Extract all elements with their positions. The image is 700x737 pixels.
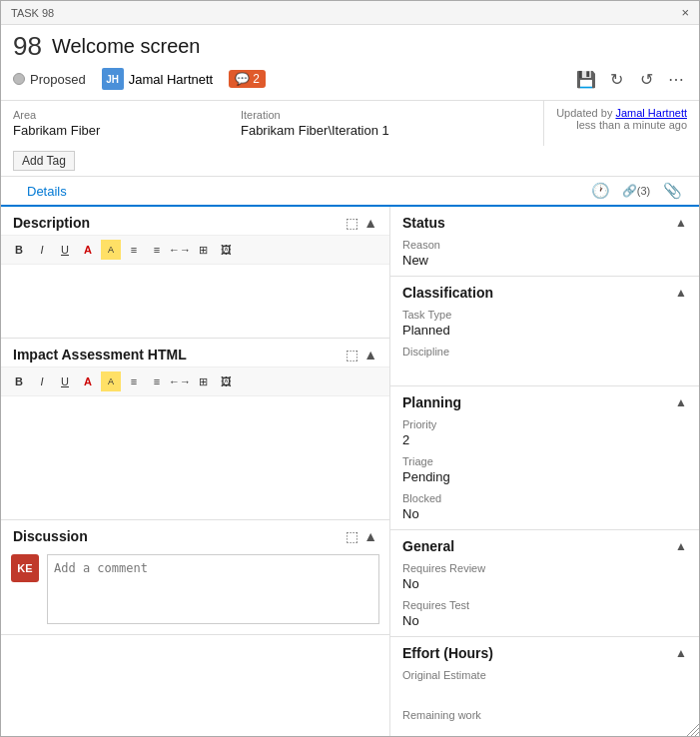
planning-title: Planning [402, 394, 461, 410]
remaining-work-value [402, 723, 687, 736]
description-editor[interactable] [1, 265, 389, 335]
task-number: 98 [13, 31, 42, 62]
collapse-planning-icon[interactable]: ▲ [675, 395, 687, 409]
more-button[interactable]: ⋯ [665, 68, 687, 90]
font-color-btn[interactable]: A [78, 240, 98, 260]
task-type-field: Task Type Planned [402, 309, 687, 338]
requires-review-field: Requires Review No [402, 562, 687, 591]
iteration-label: Iteration [241, 109, 531, 121]
underline-btn[interactable]: U [55, 240, 75, 260]
user-info: JH Jamal Hartnett [102, 68, 214, 90]
table-btn[interactable]: ⊞ [193, 240, 213, 260]
triage-value[interactable]: Pending [402, 469, 687, 484]
requires-review-label: Requires Review [402, 562, 687, 574]
collapse-general-icon[interactable]: ▲ [675, 539, 687, 553]
discussion-section: Discussion ⬚ ▲ KE [1, 520, 389, 635]
discipline-label: Discipline [402, 346, 687, 358]
general-header: General ▲ [402, 538, 687, 554]
requires-test-label: Requires Test [402, 599, 687, 611]
priority-value[interactable]: 2 [402, 432, 687, 447]
tabs-row: Details 🕐 🔗 (3) 📎 [1, 177, 699, 207]
blocked-field: Blocked No [402, 492, 687, 521]
blocked-value[interactable]: No [402, 506, 687, 521]
highlight-btn[interactable]: A [101, 240, 121, 260]
task-name: Welcome screen [52, 35, 201, 58]
area-value[interactable]: Fabrikam Fiber [13, 123, 221, 138]
collapse-impact-icon[interactable]: ▲ [363, 347, 377, 363]
impact-font-color-btn[interactable]: A [78, 371, 98, 391]
impact-editor[interactable] [1, 396, 389, 516]
description-header: Description ⬚ ▲ [1, 207, 389, 235]
status-section: Status ▲ Reason New [390, 207, 699, 277]
commenter-avatar: KE [11, 554, 39, 582]
refresh-button[interactable]: ↻ [605, 68, 627, 90]
description-controls: ⬚ ▲ [346, 215, 377, 231]
updated-by-link[interactable]: Jamal Hartnett [615, 107, 687, 119]
remaining-work-field: Remaining work [402, 709, 687, 736]
effort-section: Effort (Hours) ▲ Original Estimate Remai… [390, 637, 699, 736]
comment-badge[interactable]: 💬 2 [229, 70, 266, 88]
expand-impact-icon[interactable]: ⬚ [346, 347, 358, 363]
indent-btn[interactable]: ←→ [170, 240, 190, 260]
triage-field: Triage Pending [402, 455, 687, 484]
blocked-label: Blocked [402, 492, 687, 504]
tab-icons: 🕐 🔗 (3) 📎 [585, 177, 687, 205]
collapse-status-icon[interactable]: ▲ [675, 216, 687, 230]
impact-italic-btn[interactable]: I [32, 371, 52, 391]
discipline-field: Discipline [402, 346, 687, 377]
description-toolbar: B I U A A ≡ ≡ ←→ ⊞ 🖼 [1, 235, 389, 265]
requires-review-value[interactable]: No [402, 576, 687, 591]
impact-image-btn[interactable]: 🖼 [216, 371, 236, 391]
reason-value[interactable]: New [402, 253, 687, 268]
impact-ol-btn[interactable]: ≡ [147, 371, 167, 391]
collapse-discussion-icon[interactable]: ▲ [363, 528, 377, 544]
impact-header: Impact Assessment HTML ⬚ ▲ [1, 339, 389, 367]
impact-bold-btn[interactable]: B [9, 371, 29, 391]
collapse-effort-icon[interactable]: ▲ [675, 646, 687, 660]
bold-btn[interactable]: B [9, 240, 29, 260]
links-button[interactable]: 🔗 (3) [621, 177, 651, 205]
collapse-description-icon[interactable]: ▲ [363, 215, 377, 231]
toolbar-icons: 💾 ↻ ↺ ⋯ [575, 68, 687, 90]
status-proposed[interactable]: Proposed [13, 72, 86, 87]
add-tag-button[interactable]: Add Tag [13, 151, 75, 171]
attachment-button[interactable]: 📎 [657, 177, 687, 205]
task-type-value[interactable]: Planned [402, 323, 687, 338]
impact-highlight-btn[interactable]: A [101, 371, 121, 391]
italic-btn[interactable]: I [32, 240, 52, 260]
tag-row: Add Tag [1, 146, 699, 177]
reason-label: Reason [402, 239, 687, 251]
comment-input[interactable] [47, 554, 379, 624]
ul-btn[interactable]: ≡ [124, 240, 144, 260]
expand-description-icon[interactable]: ⬚ [346, 215, 358, 231]
iteration-value[interactable]: Fabrikam Fiber\Iteration 1 [241, 123, 531, 138]
updated-time: less than a minute ago [556, 119, 687, 131]
remaining-work-label: Remaining work [402, 709, 687, 721]
left-panel: Description ⬚ ▲ B I U A A ≡ ≡ ←→ ⊞ � [1, 207, 390, 736]
user-name: Jamal Hartnett [129, 72, 214, 87]
ol-btn[interactable]: ≡ [147, 240, 167, 260]
user-avatar: JH [102, 68, 124, 90]
priority-label: Priority [402, 418, 687, 430]
general-title: General [402, 538, 454, 554]
history-icon-button[interactable]: 🕐 [585, 177, 615, 205]
header: 98 Welcome screen Proposed JH Jamal Hart… [1, 25, 699, 101]
effort-header: Effort (Hours) ▲ [402, 645, 687, 661]
close-button[interactable]: × [681, 5, 689, 20]
impact-title: Impact Assessment HTML [13, 347, 187, 363]
resize-handle[interactable] [685, 722, 699, 736]
image-btn[interactable]: 🖼 [216, 240, 236, 260]
collapse-classification-icon[interactable]: ▲ [675, 286, 687, 300]
impact-indent-btn[interactable]: ←→ [170, 371, 190, 391]
save-button[interactable]: 💾 [575, 68, 597, 90]
impact-table-btn[interactable]: ⊞ [193, 371, 213, 391]
tab-details[interactable]: Details [13, 178, 81, 207]
requires-test-field: Requires Test No [402, 599, 687, 628]
impact-underline-btn[interactable]: U [55, 371, 75, 391]
impact-ul-btn[interactable]: ≡ [124, 371, 144, 391]
original-estimate-field: Original Estimate [402, 669, 687, 701]
window-title: TASK 98 [11, 7, 54, 19]
undo-button[interactable]: ↺ [635, 68, 657, 90]
requires-test-value[interactable]: No [402, 613, 687, 628]
expand-discussion-icon[interactable]: ⬚ [346, 528, 358, 544]
